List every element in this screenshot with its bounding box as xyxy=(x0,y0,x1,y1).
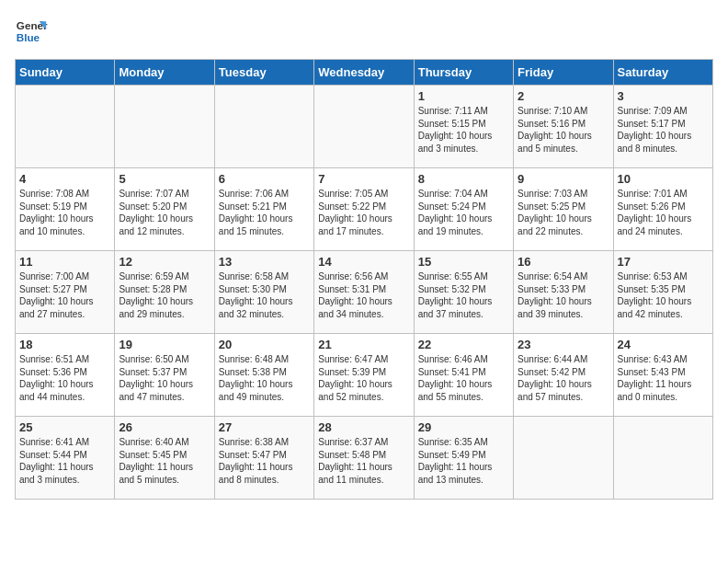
calendar-cell: 28Sunrise: 6:37 AM Sunset: 5:48 PM Dayli… xyxy=(314,417,414,500)
col-header-sunday: Sunday xyxy=(16,60,115,86)
cell-content: Sunrise: 6:35 AM Sunset: 5:49 PM Dayligh… xyxy=(418,436,509,486)
cell-content: Sunrise: 7:09 AM Sunset: 5:17 PM Dayligh… xyxy=(618,105,709,155)
cell-content: Sunrise: 6:43 AM Sunset: 5:43 PM Dayligh… xyxy=(618,353,709,403)
calendar-cell: 6Sunrise: 7:06 AM Sunset: 5:21 PM Daylig… xyxy=(214,168,313,251)
col-header-saturday: Saturday xyxy=(613,60,712,86)
cell-content: Sunrise: 7:06 AM Sunset: 5:21 PM Dayligh… xyxy=(219,188,310,237)
header: General Blue xyxy=(15,15,713,48)
cell-content: Sunrise: 7:10 AM Sunset: 5:16 PM Dayligh… xyxy=(518,105,609,155)
cell-content: Sunrise: 7:05 AM Sunset: 5:22 PM Dayligh… xyxy=(318,188,409,237)
calendar-cell: 16Sunrise: 6:54 AM Sunset: 5:33 PM Dayli… xyxy=(514,251,613,334)
calendar-cell: 21Sunrise: 6:47 AM Sunset: 5:39 PM Dayli… xyxy=(314,334,414,417)
calendar-cell: 10Sunrise: 7:01 AM Sunset: 5:26 PM Dayli… xyxy=(613,168,712,251)
cell-content: Sunrise: 6:48 AM Sunset: 5:38 PM Dayligh… xyxy=(219,353,310,403)
col-header-friday: Friday xyxy=(514,60,613,86)
col-header-tuesday: Tuesday xyxy=(214,60,313,86)
calendar-cell xyxy=(514,417,613,500)
day-number: 19 xyxy=(119,338,210,351)
svg-text:Blue: Blue xyxy=(17,31,40,43)
day-number: 26 xyxy=(119,420,210,434)
day-number: 28 xyxy=(318,420,409,434)
day-number: 21 xyxy=(318,338,409,351)
calendar-cell: 29Sunrise: 6:35 AM Sunset: 5:49 PM Dayli… xyxy=(414,417,513,500)
calendar-cell: 11Sunrise: 7:00 AM Sunset: 5:27 PM Dayli… xyxy=(16,251,115,334)
day-number: 2 xyxy=(518,89,609,103)
calendar-cell: 5Sunrise: 7:07 AM Sunset: 5:20 PM Daylig… xyxy=(115,168,214,251)
calendar-cell: 19Sunrise: 6:50 AM Sunset: 5:37 PM Dayli… xyxy=(115,334,214,417)
calendar-cell xyxy=(115,86,214,168)
calendar-cell: 22Sunrise: 6:46 AM Sunset: 5:41 PM Dayli… xyxy=(414,334,513,417)
calendar-week-row: 4Sunrise: 7:08 AM Sunset: 5:19 PM Daylig… xyxy=(16,168,713,251)
cell-content: Sunrise: 6:41 AM Sunset: 5:44 PM Dayligh… xyxy=(19,436,110,486)
calendar-cell: 2Sunrise: 7:10 AM Sunset: 5:16 PM Daylig… xyxy=(514,86,613,168)
calendar-cell: 25Sunrise: 6:41 AM Sunset: 5:44 PM Dayli… xyxy=(16,417,115,500)
cell-content: Sunrise: 6:55 AM Sunset: 5:32 PM Dayligh… xyxy=(418,270,509,320)
calendar-table: SundayMondayTuesdayWednesdayThursdayFrid… xyxy=(15,59,713,500)
calendar-week-row: 18Sunrise: 6:51 AM Sunset: 5:36 PM Dayli… xyxy=(16,334,713,417)
day-number: 18 xyxy=(19,338,110,351)
cell-content: Sunrise: 6:59 AM Sunset: 5:28 PM Dayligh… xyxy=(119,270,210,320)
cell-content: Sunrise: 6:47 AM Sunset: 5:39 PM Dayligh… xyxy=(318,353,409,403)
day-number: 15 xyxy=(418,255,509,269)
cell-content: Sunrise: 7:04 AM Sunset: 5:24 PM Dayligh… xyxy=(418,188,509,237)
calendar-header-row: SundayMondayTuesdayWednesdayThursdayFrid… xyxy=(16,60,713,86)
calendar-week-row: 11Sunrise: 7:00 AM Sunset: 5:27 PM Dayli… xyxy=(16,251,713,334)
day-number: 1 xyxy=(418,89,509,103)
cell-content: Sunrise: 7:00 AM Sunset: 5:27 PM Dayligh… xyxy=(19,270,110,320)
calendar-cell: 15Sunrise: 6:55 AM Sunset: 5:32 PM Dayli… xyxy=(414,251,513,334)
cell-content: Sunrise: 7:03 AM Sunset: 5:25 PM Dayligh… xyxy=(518,188,609,237)
col-header-monday: Monday xyxy=(115,60,214,86)
cell-content: Sunrise: 6:40 AM Sunset: 5:45 PM Dayligh… xyxy=(119,436,210,486)
day-number: 6 xyxy=(219,172,310,186)
day-number: 29 xyxy=(418,420,509,434)
day-number: 11 xyxy=(19,255,110,269)
day-number: 14 xyxy=(318,255,409,269)
cell-content: Sunrise: 6:58 AM Sunset: 5:30 PM Dayligh… xyxy=(219,270,310,320)
calendar-cell xyxy=(613,417,712,500)
calendar-cell: 23Sunrise: 6:44 AM Sunset: 5:42 PM Dayli… xyxy=(514,334,613,417)
calendar-cell xyxy=(214,86,313,168)
day-number: 4 xyxy=(19,172,110,186)
calendar-cell: 13Sunrise: 6:58 AM Sunset: 5:30 PM Dayli… xyxy=(214,251,313,334)
calendar-cell: 9Sunrise: 7:03 AM Sunset: 5:25 PM Daylig… xyxy=(514,168,613,251)
cell-content: Sunrise: 6:44 AM Sunset: 5:42 PM Dayligh… xyxy=(518,353,609,403)
day-number: 13 xyxy=(219,255,310,269)
col-header-thursday: Thursday xyxy=(414,60,513,86)
day-number: 5 xyxy=(119,172,210,186)
day-number: 10 xyxy=(618,172,709,186)
calendar-week-row: 1Sunrise: 7:11 AM Sunset: 5:15 PM Daylig… xyxy=(16,86,713,168)
calendar-cell xyxy=(16,86,115,168)
cell-content: Sunrise: 6:38 AM Sunset: 5:47 PM Dayligh… xyxy=(219,436,310,486)
calendar-cell: 17Sunrise: 6:53 AM Sunset: 5:35 PM Dayli… xyxy=(613,251,712,334)
day-number: 22 xyxy=(418,338,509,351)
day-number: 20 xyxy=(219,338,310,351)
cell-content: Sunrise: 7:07 AM Sunset: 5:20 PM Dayligh… xyxy=(119,188,210,237)
calendar-cell: 8Sunrise: 7:04 AM Sunset: 5:24 PM Daylig… xyxy=(414,168,513,251)
cell-content: Sunrise: 6:50 AM Sunset: 5:37 PM Dayligh… xyxy=(119,353,210,403)
cell-content: Sunrise: 6:51 AM Sunset: 5:36 PM Dayligh… xyxy=(19,353,110,403)
day-number: 24 xyxy=(618,338,709,351)
calendar-cell: 14Sunrise: 6:56 AM Sunset: 5:31 PM Dayli… xyxy=(314,251,414,334)
cell-content: Sunrise: 7:08 AM Sunset: 5:19 PM Dayligh… xyxy=(19,188,110,237)
cell-content: Sunrise: 7:01 AM Sunset: 5:26 PM Dayligh… xyxy=(618,188,709,237)
cell-content: Sunrise: 6:37 AM Sunset: 5:48 PM Dayligh… xyxy=(318,436,409,486)
calendar-cell: 20Sunrise: 6:48 AM Sunset: 5:38 PM Dayli… xyxy=(214,334,313,417)
day-number: 7 xyxy=(318,172,409,186)
calendar-cell: 3Sunrise: 7:09 AM Sunset: 5:17 PM Daylig… xyxy=(613,86,712,168)
calendar-cell: 7Sunrise: 7:05 AM Sunset: 5:22 PM Daylig… xyxy=(314,168,414,251)
day-number: 3 xyxy=(618,89,709,103)
day-number: 23 xyxy=(518,338,609,351)
logo-icon: General Blue xyxy=(15,15,48,48)
day-number: 25 xyxy=(19,420,110,434)
cell-content: Sunrise: 6:46 AM Sunset: 5:41 PM Dayligh… xyxy=(418,353,509,403)
calendar-cell: 18Sunrise: 6:51 AM Sunset: 5:36 PM Dayli… xyxy=(16,334,115,417)
calendar-week-row: 25Sunrise: 6:41 AM Sunset: 5:44 PM Dayli… xyxy=(16,417,713,500)
day-number: 8 xyxy=(418,172,509,186)
calendar-cell: 26Sunrise: 6:40 AM Sunset: 5:45 PM Dayli… xyxy=(115,417,214,500)
calendar-cell: 1Sunrise: 7:11 AM Sunset: 5:15 PM Daylig… xyxy=(414,86,513,168)
day-number: 17 xyxy=(618,255,709,269)
logo: General Blue xyxy=(15,15,48,48)
day-number: 12 xyxy=(119,255,210,269)
calendar-cell: 27Sunrise: 6:38 AM Sunset: 5:47 PM Dayli… xyxy=(214,417,313,500)
cell-content: Sunrise: 6:56 AM Sunset: 5:31 PM Dayligh… xyxy=(318,270,409,320)
